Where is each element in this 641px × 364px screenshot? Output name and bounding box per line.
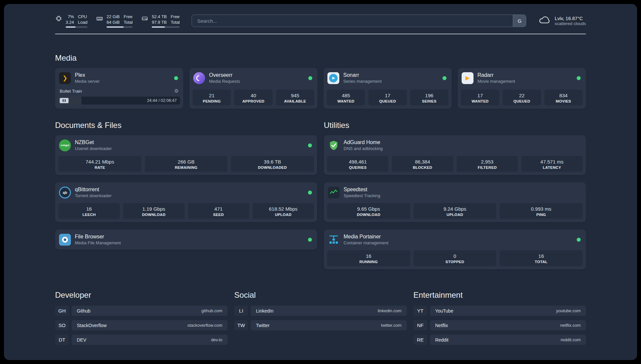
stat-tile: 40 APPROVED bbox=[234, 90, 272, 106]
top-bar: 7% 3.24 CPU Load bbox=[55, 14, 586, 28]
stat-value: 196 bbox=[412, 92, 446, 99]
qbittorrent-card-header[interactable]: qb qBittorrent Torrent downloader bbox=[58, 186, 314, 199]
nzbget-stats: 744.21 Mbps RATE 266 GB REMAINING 39.6 T… bbox=[58, 156, 314, 172]
radarr-card-header[interactable]: ▶ Radarr Movie management bbox=[461, 71, 583, 85]
stat-label: QUEUED bbox=[504, 99, 539, 103]
stat-value: 17 bbox=[463, 92, 497, 99]
stat-tile: 744.21 Mbps RATE bbox=[58, 156, 141, 172]
stat-tile: 618.52 Mbps UPLOAD bbox=[253, 203, 314, 219]
filebrowser-status-dot bbox=[308, 238, 312, 242]
stat-label: LEECH bbox=[60, 213, 118, 217]
filebrowser-card: File Browser Media File Management bbox=[55, 229, 317, 250]
section-heading-documents: Documents & Files bbox=[55, 121, 317, 130]
nzbget-card-header[interactable]: nzbget NZBGet Usenet downloader bbox=[58, 138, 314, 152]
bookmark-name: Reddit bbox=[435, 337, 448, 343]
cpu-progress-bar bbox=[66, 26, 87, 28]
sonarr-title: Sonarr bbox=[343, 72, 382, 78]
overseerr-card: Overseerr Media Requests 21 PENDING 40 A… bbox=[189, 68, 318, 109]
stat-tile: 16 RUNNING bbox=[327, 250, 410, 266]
bookmark-name: Netflix bbox=[435, 323, 448, 328]
stat-tile: 22 QUEUED bbox=[503, 90, 541, 106]
sonarr-subtitle: Series management bbox=[343, 78, 382, 84]
gear-icon[interactable]: ⚙ bbox=[174, 88, 179, 94]
section-heading-utilities: Utilities bbox=[324, 121, 586, 130]
radarr-title: Radarr bbox=[477, 72, 515, 78]
qbittorrent-icon: qb bbox=[59, 187, 71, 198]
search-bar: G bbox=[192, 15, 526, 27]
nzbget-card: nzbget NZBGet Usenet downloader 744.21 M… bbox=[55, 135, 317, 175]
bookmark-github[interactable]: GH Github github.com bbox=[55, 306, 228, 316]
bookmark-netflix[interactable]: NF Netflix netflix.com bbox=[413, 320, 586, 330]
nzbget-icon: nzbget bbox=[59, 139, 71, 151]
filebrowser-card-header[interactable]: File Browser Media File Management bbox=[58, 233, 314, 246]
speedtest-icon bbox=[328, 187, 340, 198]
portainer-card: Media Portainer Container management 16 … bbox=[324, 229, 586, 269]
stat-value: 618.52 Mbps bbox=[255, 206, 312, 212]
filebrowser-icon bbox=[59, 234, 71, 246]
search-input[interactable] bbox=[192, 15, 513, 27]
pause-button[interactable] bbox=[60, 98, 69, 103]
bookmark-reddit[interactable]: RE Reddit reddit.com bbox=[413, 335, 586, 345]
speedtest-card-header[interactable]: Speedtest Speedtest Tracking bbox=[327, 186, 583, 199]
nzbget-title: NZBGet bbox=[75, 139, 112, 146]
bookmark-url: twitter.com bbox=[381, 323, 402, 328]
stat-tile: 471 SEED bbox=[188, 203, 249, 219]
plex-card-header[interactable]: ❯ Plex Media server bbox=[58, 71, 180, 85]
bookmark-name: LinkedIn bbox=[256, 308, 273, 314]
overseerr-card-header[interactable]: Overseerr Media Requests bbox=[193, 71, 314, 85]
stat-value: 86,384 bbox=[394, 159, 451, 165]
cpu-icon bbox=[55, 15, 62, 23]
radarr-subtitle: Movie management bbox=[477, 78, 515, 84]
qbittorrent-card: qb qBittorrent Torrent downloader 16 LEE… bbox=[55, 182, 317, 222]
radarr-icon: ▶ bbox=[462, 72, 473, 84]
developer-column: Developer GH Github github.com SO StackO… bbox=[55, 290, 228, 349]
stat-label: BLOCKED bbox=[394, 166, 451, 169]
stat-value: 945 bbox=[278, 92, 312, 99]
stat-value: 22 bbox=[504, 92, 539, 99]
stat-tile: 17 QUEUED bbox=[368, 90, 407, 106]
section-heading-entertainment: Entertainment bbox=[413, 290, 586, 300]
nzbget-subtitle: Usenet downloader bbox=[75, 146, 112, 151]
stat-label: REMAINING bbox=[147, 166, 226, 169]
stat-value: 16 bbox=[329, 253, 408, 259]
stat-label: DOWNLOAD bbox=[125, 213, 182, 217]
weather-location-temp: Lviv, 16.87°C bbox=[555, 16, 586, 21]
adguard-card-header[interactable]: AdGuard Home DNS and adblocking bbox=[327, 138, 583, 152]
overseerr-subtitle: Media Requests bbox=[209, 78, 240, 84]
section-heading-developer: Developer bbox=[55, 290, 228, 300]
stat-label: STOPPED bbox=[415, 260, 495, 264]
stat-tile: 834 MOVIES bbox=[544, 90, 583, 106]
bookmark-url: linkedin.com bbox=[378, 308, 401, 313]
playback-progress-bar[interactable]: 24:44 / 02:06:47 bbox=[58, 97, 180, 105]
bookmark-twitter[interactable]: TW Twitter twitter.com bbox=[234, 320, 407, 330]
bookmark-name: StackOverflow bbox=[77, 323, 107, 328]
bookmark-dev[interactable]: DT DEV dev.to bbox=[55, 335, 228, 345]
nzbget-status-dot bbox=[308, 143, 312, 147]
sonarr-card-header[interactable]: ▶ Sonarr Series management bbox=[327, 71, 448, 85]
disk-free-label: Free bbox=[171, 14, 180, 19]
bookmark-stackoverflow[interactable]: SO StackOverflow stackoverflow.com bbox=[55, 320, 228, 330]
bookmark-youtube[interactable]: YT YouTube youtube.com bbox=[413, 306, 586, 316]
stat-tile: 485 WANTED bbox=[327, 90, 365, 106]
bookmark-abbr: YT bbox=[413, 306, 427, 316]
cpu-usage-label: CPU bbox=[78, 14, 87, 19]
qbittorrent-stats: 16 LEECH 1.19 Gbps DOWNLOAD 471 SEED 6 bbox=[58, 203, 314, 219]
stat-label: PING bbox=[502, 213, 581, 217]
speedtest-subtitle: Speedtest Tracking bbox=[344, 193, 380, 198]
search-provider-button[interactable]: G bbox=[513, 15, 526, 27]
portainer-card-header[interactable]: Media Portainer Container management bbox=[327, 233, 583, 246]
speedtest-stats: 9.65 Gbps DOWNLOAD 9.24 Gbps UPLOAD 0.99… bbox=[327, 203, 583, 219]
cloud-icon bbox=[538, 15, 551, 27]
overseerr-icon bbox=[193, 72, 205, 84]
disk-free-value: 52.4 TB bbox=[152, 14, 167, 19]
bookmark-linkedin[interactable]: LI LinkedIn linkedin.com bbox=[234, 306, 407, 316]
bookmark-url: youtube.com bbox=[556, 308, 581, 313]
memory-free-value: 22 GiB bbox=[107, 14, 120, 19]
section-heading-social: Social bbox=[234, 290, 407, 300]
memory-total-value: 64 GiB bbox=[107, 19, 120, 25]
disk-total-value: 97.9 TB bbox=[152, 19, 167, 25]
stat-value: 47.571 ms bbox=[523, 159, 581, 165]
memory-total-label: Total bbox=[124, 19, 133, 25]
section-heading-media: Media bbox=[55, 53, 586, 63]
memory-widget: 22 GiB 64 GiB Free Total bbox=[96, 14, 133, 28]
